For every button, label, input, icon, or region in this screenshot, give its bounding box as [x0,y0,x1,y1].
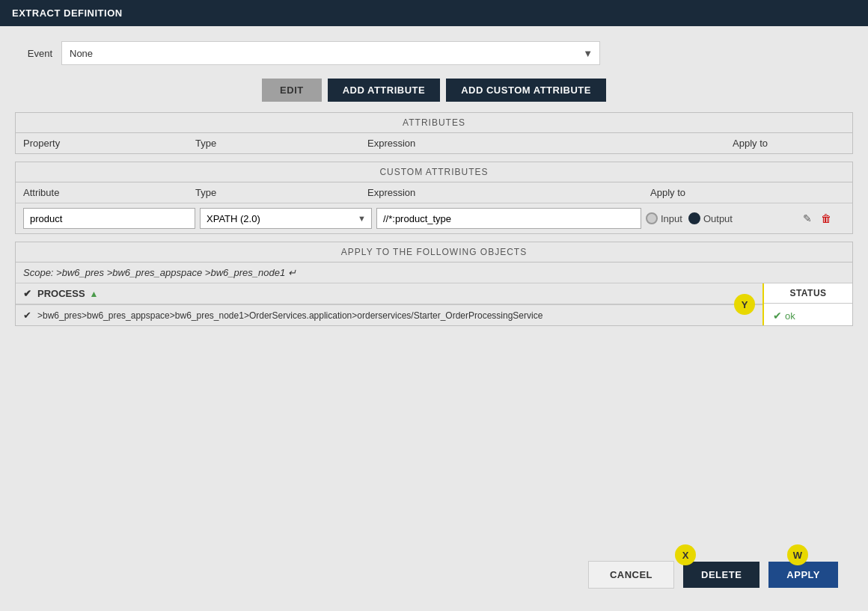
custom-col-attribute: Attribute [23,187,195,198]
title-bar: EXTRACT DEFINITION [0,0,868,26]
footer-row: CANCEL X DELETE W APPLY [15,550,853,599]
main-container: EXTRACT DEFINITION Event None Option1 Op… [0,0,868,611]
process-container: ✔ PROCESS ▲ ✔ >bw6_pres>bw6_pres_appspac… [16,283,852,325]
y-badge: Y [734,294,755,315]
input-radio[interactable] [646,212,658,224]
process-label: PROCESS [37,288,85,299]
custom-attr-type-wrapper: XPATH (2.0) String Integer ▼ [200,208,372,229]
edit-button[interactable]: EDIT [262,79,322,102]
status-box: STATUS ✔ ok [762,283,852,325]
toolbar-row: EDIT ADD ATTRIBUTE ADD CUSTOM ATTRIBUTE [15,76,853,105]
output-radio[interactable] [688,212,700,224]
event-row: Event None Option1 Option2 ▼ [15,38,853,68]
service-row: ✔ >bw6_pres>bw6_pres_appspace>bw6_pres_n… [16,304,852,325]
add-attribute-button[interactable]: ADD ATTRIBUTE [328,79,441,102]
apply-button[interactable]: APPLY [768,562,838,588]
apply-to-controls: Input Output [646,212,795,224]
process-check: ✔ [23,288,31,299]
spacer [15,334,853,543]
custom-attributes-header: CUSTOM ATTRIBUTES [16,162,852,182]
w-badge-label: W [793,550,802,561]
event-label: Event [15,48,52,59]
custom-attr-row: XPATH (2.0) String Integer ▼ Input Outpu… [16,203,852,233]
event-select-wrapper: None Option1 Option2 ▼ [61,41,600,65]
y-badge-label: Y [742,299,748,310]
scope-label: Scope: >bw6_pres >bw6_pres_appspace >bw6… [23,267,296,278]
service-check: ✔ [23,310,31,321]
custom-attr-attribute-input[interactable] [23,208,195,229]
add-custom-attribute-button[interactable]: ADD CUSTOM ATTRIBUTE [446,79,606,102]
output-radio-label: Output [688,212,733,224]
attr-col-expression: Expression [367,138,733,149]
check-icon: ✔ [773,310,782,322]
delete-button[interactable]: DELETE [683,562,760,588]
custom-col-applyto: Apply to [650,187,800,198]
row-actions: ✎ 🗑 [800,211,845,226]
edit-row-button[interactable]: ✎ [800,211,815,226]
attr-col-property: Property [23,138,195,149]
process-row: ✔ PROCESS ▲ [16,283,852,304]
attr-col-type: Type [195,138,367,149]
w-badge: W [787,544,808,565]
x-badge: X [675,544,696,565]
custom-col-actions [800,187,845,198]
apply-section: APPLY TO THE FOLLOWING OBJECTS Scope: >b… [15,242,853,326]
input-label: Input [661,213,682,224]
attr-col-applyto: Apply to [733,138,845,149]
scope-row: Scope: >bw6_pres >bw6_pres_appspace >bw6… [16,262,852,283]
custom-attr-columns: Attribute Type Expression Apply to [16,182,852,203]
attributes-section: ATTRIBUTES Property Type Expression Appl… [15,112,853,154]
custom-attr-type-select[interactable]: XPATH (2.0) String Integer [200,208,372,229]
status-ok-label: ok [785,310,795,322]
up-arrow-icon: ▲ [90,289,99,299]
title-label: EXTRACT DEFINITION [12,7,123,19]
apply-section-header: APPLY TO THE FOLLOWING OBJECTS [16,242,852,262]
output-label: Output [703,213,733,224]
cancel-button[interactable]: CANCEL [588,561,674,589]
delete-row-button[interactable]: 🗑 [818,211,834,226]
x-badge-label: X [682,550,689,561]
status-header: STATUS [764,283,852,304]
attributes-section-header: ATTRIBUTES [16,113,852,133]
input-radio-label: Input [646,212,682,224]
custom-attr-expression-input[interactable] [376,208,641,229]
content-area: Event None Option1 Option2 ▼ EDIT ADD AT… [0,26,868,611]
custom-col-expression: Expression [367,187,650,198]
event-select[interactable]: None Option1 Option2 [61,41,600,65]
status-ok: ✔ ok [764,304,852,328]
custom-attributes-section: CUSTOM ATTRIBUTES Attribute Type Express… [15,162,853,234]
custom-col-type: Type [195,187,367,198]
attributes-table-header: Property Type Expression Apply to [16,133,852,153]
service-path: >bw6_pres>bw6_pres_appspace>bw6_pres_nod… [37,310,542,321]
